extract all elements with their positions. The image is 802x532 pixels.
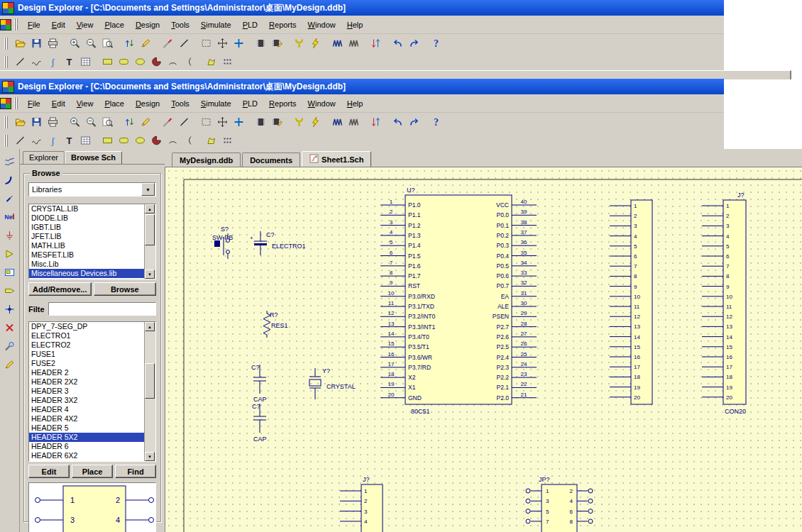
move-icon[interactable]	[214, 35, 231, 51]
print-icon[interactable]	[45, 35, 61, 51]
find-button[interactable]: Find	[115, 465, 156, 478]
undo-icon[interactable]	[390, 35, 406, 51]
roundrect-tool-icon[interactable]	[116, 54, 132, 70]
chip-icon[interactable]	[253, 35, 269, 51]
chip-edit-icon[interactable]	[269, 114, 285, 130]
doc-tab-sheet1-sch[interactable]: Sheet1.Sch	[302, 151, 371, 167]
tab-explorer[interactable]: Explorer	[23, 151, 65, 164]
polygon-tool-icon[interactable]	[203, 54, 219, 70]
pencil-icon[interactable]	[138, 35, 154, 51]
redo-icon[interactable]	[406, 114, 422, 130]
menu-window[interactable]: Window	[302, 97, 341, 110]
component-item[interactable]: HEADER 5	[29, 423, 145, 433]
component-item[interactable]: FUSE1	[29, 350, 145, 359]
component-item[interactable]: HEADER 2	[29, 368, 145, 377]
menu-tools[interactable]: Tools	[165, 18, 195, 31]
wire-tool-icon[interactable]	[1, 153, 18, 170]
solder-tool-icon[interactable]	[160, 35, 176, 51]
wrench-icon[interactable]	[291, 35, 307, 51]
draw-line-icon[interactable]	[12, 133, 28, 148]
component-item[interactable]: HEADER 4X2	[29, 414, 145, 423]
library-alt-icon[interactable]	[346, 35, 362, 51]
zoom-area-icon[interactable]	[99, 114, 116, 130]
junction-icon[interactable]	[1, 301, 18, 317]
print-icon[interactable]	[45, 114, 61, 130]
menu-tools[interactable]: Tools	[165, 97, 195, 110]
rect-tool-icon[interactable]	[99, 54, 116, 70]
text-tool-icon[interactable]: T	[61, 133, 77, 148]
help-icon[interactable]: ?	[428, 114, 444, 130]
chip-edit-icon[interactable]	[269, 35, 285, 51]
component-item[interactable]: HEADER 4	[29, 405, 145, 414]
pie-tool-icon[interactable]	[148, 54, 165, 70]
sort-arrows-icon[interactable]	[121, 35, 138, 51]
browse-button[interactable]: Browse	[94, 282, 157, 296]
schematic-sheet[interactable]: U?80C511P1.02P1.13P1.24P1.35P1.46P1.57P1…	[165, 167, 802, 532]
component-item[interactable]: HEADER 3X2	[29, 396, 145, 405]
library-alt-icon[interactable]	[346, 114, 362, 130]
add-remove-button[interactable]: Add/Remove...	[28, 282, 92, 296]
menu-edit[interactable]: Edit	[46, 97, 71, 110]
draw-line-icon[interactable]	[12, 54, 28, 70]
menu-place[interactable]: Place	[99, 97, 130, 110]
schematic-canvas[interactable]: U?80C511P1.02P1.13P1.24P1.35P1.46P1.57P1…	[165, 167, 802, 532]
bus-entry-icon[interactable]	[1, 190, 18, 206]
window-titlebar[interactable]: Design Explorer - [C:\Documents and Sett…	[0, 79, 724, 94]
open-icon[interactable]	[12, 35, 28, 51]
zoom-in-icon[interactable]	[67, 114, 83, 130]
tab-browse-sch[interactable]: Browse Sch	[65, 151, 122, 164]
toolbar-drag-handle[interactable]	[4, 116, 8, 128]
menu-file[interactable]: File	[22, 97, 46, 110]
library-item[interactable]: IGBT.LIB	[29, 223, 145, 232]
bolt-icon[interactable]	[307, 114, 324, 130]
library-item[interactable]: MESFET.LIB	[29, 250, 145, 260]
arc-tool-icon[interactable]	[165, 133, 181, 148]
solder-tool-icon[interactable]	[160, 114, 176, 130]
annotate-icon[interactable]	[1, 356, 18, 372]
filter-input[interactable]	[48, 302, 156, 316]
zoom-out-icon[interactable]	[83, 35, 99, 51]
arc-tool-icon[interactable]	[165, 54, 181, 70]
pencil-icon[interactable]	[138, 114, 154, 130]
library-item[interactable]: JFET.LIB	[29, 232, 145, 241]
library-item[interactable]: CRYSTAL.LIB	[29, 204, 145, 214]
line-tool-icon[interactable]	[176, 35, 192, 51]
component-list-scrollbar[interactable]: ▲ ▼	[144, 322, 155, 461]
edit-button[interactable]: Edit	[28, 465, 70, 478]
menu-design[interactable]: Design	[130, 97, 165, 110]
rect-tool-icon[interactable]	[99, 133, 116, 148]
undo-icon[interactable]	[390, 114, 406, 130]
library-list-scrollbar[interactable]: ▲ ▼	[144, 204, 155, 279]
pie-tool-icon[interactable]	[148, 133, 165, 148]
bracket-tool-icon[interactable]	[181, 54, 197, 70]
wrench-icon[interactable]	[291, 114, 307, 130]
toolbar-drag-handle[interactable]	[4, 135, 8, 147]
library-item[interactable]: Miscellaneous Devices.lib	[29, 269, 145, 278]
library-icon[interactable]	[329, 114, 346, 130]
menu-edit[interactable]: Edit	[46, 18, 71, 31]
place-button[interactable]: Place	[72, 465, 113, 478]
component-item[interactable]: DPY_7-SEG_DP	[29, 322, 145, 331]
zoom-in-icon[interactable]	[67, 35, 83, 51]
sort-arrows-icon[interactable]	[121, 114, 138, 130]
scroll-up-icon[interactable]: ▲	[145, 322, 155, 331]
sheet-symbol-icon[interactable]	[1, 264, 18, 280]
menu-help[interactable]: Help	[341, 18, 369, 31]
menu-help[interactable]: Help	[341, 97, 369, 110]
array-paste-icon[interactable]	[219, 133, 236, 148]
menu-place[interactable]: Place	[99, 18, 130, 31]
sync-icon[interactable]	[368, 114, 384, 130]
draw-curve-icon[interactable]	[28, 54, 45, 70]
scroll-up-icon[interactable]: ▲	[145, 204, 155, 214]
ellipse-tool-icon[interactable]	[132, 54, 148, 70]
menu-design[interactable]: Design	[130, 18, 165, 31]
grid-table-icon[interactable]	[77, 133, 94, 148]
component-item[interactable]: HEADER 6X2	[29, 451, 145, 460]
roundrect-tool-icon[interactable]	[116, 133, 132, 148]
redo-icon[interactable]	[406, 35, 422, 51]
component-item[interactable]: HEADER 6	[29, 442, 145, 451]
draw-curve-icon[interactable]	[28, 133, 45, 148]
library-item[interactable]: MATH.LIB	[29, 241, 145, 250]
component-item[interactable]: FUSE2	[29, 359, 145, 368]
selection-rect-icon[interactable]	[198, 35, 214, 51]
